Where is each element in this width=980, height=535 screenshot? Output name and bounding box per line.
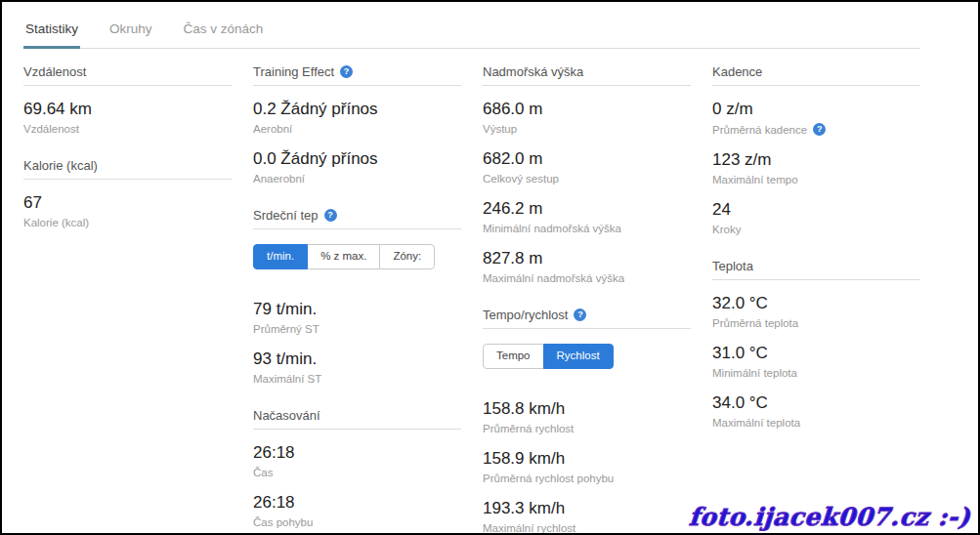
stats-column-2: Training Effect ? 0.2 Žádný přínos Aerob… — [253, 64, 461, 535]
stats-column-3: Nadmořská výška 686.0 m Výstup 682.0 m C… — [483, 64, 691, 535]
photo-watermark: foto.ijacek007.cz :-) — [688, 503, 971, 531]
stat-value: 246.2 m — [483, 198, 691, 219]
stat-avg-cadence: 0 z/m Průměrná kadence ? — [712, 99, 920, 136]
stat-value: 0.2 Žádný přínos — [253, 99, 461, 119]
statistics-page: Statistiky Okruhy Čas v zónách Vzdálenos… — [2, 2, 978, 535]
stat-label: Průměrný ST — [253, 323, 461, 335]
stat-min-elevation: 246.2 m Minimální nadmořská výška — [483, 198, 691, 234]
stat-descent: 682.0 m Celkový sestup — [483, 148, 691, 185]
section-calories: Kalorie (kcal) 67 Kalorie (kcal) — [23, 158, 232, 228]
stat-moving-time: 26:18 Čas pohybu — [253, 492, 461, 528]
stat-value: 26:18 — [253, 442, 461, 463]
section-distance: Vzdálenost 69.64 km Vzdálenost — [23, 64, 232, 135]
section-title-training-effect: Training Effect ? — [253, 64, 461, 86]
stat-calories: 67 Kalorie (kcal) — [23, 192, 232, 228]
stat-label: Minimální nadmořská výška — [483, 223, 691, 234]
stat-label: Anaerobní — [253, 173, 461, 185]
section-temperature: Teplota 32.0 °C Průměrná teplota 31.0 °C… — [712, 259, 920, 429]
stat-label: Průměrná kadence ? — [712, 123, 920, 136]
stat-time: 26:18 Čas — [253, 442, 461, 478]
stats-grid: Vzdálenost 69.64 km Vzdálenost Kalorie (… — [23, 64, 978, 535]
section-title-distance: Vzdálenost — [23, 64, 232, 86]
tab-okruhy[interactable]: Okruhy — [107, 16, 154, 49]
stat-label: Průměrná teplota — [712, 317, 920, 329]
section-title-timing: Načasování — [253, 408, 461, 430]
info-icon[interactable]: ? — [340, 65, 353, 78]
stat-label: Vzdálenost — [23, 123, 232, 135]
section-title-text: Kalorie (kcal) — [23, 158, 98, 173]
stat-value: 686.0 m — [483, 99, 691, 119]
stat-value: 32.0 °C — [712, 293, 920, 313]
info-icon[interactable]: ? — [324, 209, 337, 222]
stat-max-temperature: 34.0 °C Maximální teplota — [712, 392, 920, 429]
section-cadence: Kadence 0 z/m Průměrná kadence ? 123 z/m… — [712, 64, 920, 235]
section-title-text: Tempo/rychlost — [483, 308, 568, 322]
stat-value: 93 t/min. — [253, 349, 461, 369]
section-elevation: Nadmořská výška 686.0 m Výstup 682.0 m C… — [483, 64, 691, 284]
stat-value: 34.0 °C — [712, 392, 920, 413]
stat-label: Průměrná rychlost pohybu — [483, 473, 691, 484]
tab-bar: Statistiky Okruhy Čas v zónách — [23, 16, 920, 49]
section-title-text: Nadmořská výška — [483, 64, 583, 79]
section-title-text: Teplota — [712, 259, 753, 273]
stat-min-temperature: 31.0 °C Minimální teplota — [712, 343, 920, 379]
stat-distance: 69.64 km Vzdálenost — [23, 99, 232, 135]
stat-value: 79 t/min. — [253, 299, 461, 319]
section-title-elevation: Nadmořská výška — [483, 64, 691, 86]
stats-column-1: Vzdálenost 69.64 km Vzdálenost Kalorie (… — [23, 64, 232, 252]
stat-avg-speed: 158.8 km/h Průměrná rychlost — [483, 398, 691, 434]
stat-value: 193.3 km/h — [483, 498, 691, 518]
stat-value: 69.64 km — [23, 99, 232, 119]
info-icon[interactable]: ? — [574, 309, 586, 321]
heart-rate-unit-toggle: t/min. % z max. Zóny: — [253, 244, 435, 269]
stat-value: 31.0 °C — [712, 343, 920, 363]
toggle-button-percent-max[interactable]: % z max. — [307, 244, 380, 269]
stat-label: Čas — [253, 467, 461, 478]
stat-max-speed: 193.3 km/h Maximální rychlost — [483, 498, 691, 534]
stat-ascent: 686.0 m Výstup — [483, 99, 691, 135]
stats-column-4: Kadence 0 z/m Průměrná kadence ? 123 z/m… — [712, 64, 920, 452]
stat-label: Maximální ST — [253, 373, 461, 385]
stat-avg-temperature: 32.0 °C Průměrná teplota — [712, 293, 920, 329]
section-training-effect: Training Effect ? 0.2 Žádný přínos Aerob… — [253, 64, 461, 185]
section-title-temperature: Teplota — [712, 259, 920, 280]
section-timing: Načasování 26:18 Čas 26:18 Čas pohybu 26… — [253, 408, 461, 535]
stat-max-elevation: 827.8 m Maximální nadmořská výška — [483, 248, 691, 284]
tab-statistiky[interactable]: Statistiky — [23, 16, 80, 49]
toggle-button-zones[interactable]: Zóny: — [379, 244, 435, 269]
stat-label: Maximální nadmořská výška — [483, 272, 691, 284]
stat-label: Kroky — [712, 224, 920, 235]
info-icon[interactable]: ? — [813, 123, 826, 136]
section-title-heart-rate: Srdeční tep ? — [253, 208, 461, 229]
toggle-button-tempo[interactable]: Tempo — [483, 344, 544, 369]
toggle-button-rychlost[interactable]: Rychlost — [543, 344, 614, 369]
stat-label: Maximální rychlost — [483, 522, 691, 534]
section-title-cadence: Kadence — [712, 64, 920, 86]
section-title-text: Training Effect — [253, 64, 334, 79]
stat-value: 827.8 m — [483, 248, 691, 268]
tab-cas-v-zonach[interactable]: Čas v zónách — [182, 16, 266, 49]
section-title-text: Srdeční tep — [253, 208, 319, 223]
pace-speed-toggle: Tempo Rychlost — [483, 344, 614, 369]
stat-anaerobic-te: 0.0 Žádný přínos Anaerobní — [253, 148, 461, 185]
stat-label: Čas pohybu — [253, 516, 461, 528]
stat-value: 158.9 km/h — [483, 448, 691, 469]
stat-label: Výstup — [483, 123, 691, 135]
section-heart-rate: Srdeční tep ? t/min. % z max. Zóny: 79 t… — [253, 208, 461, 385]
stat-value: 0 z/m — [712, 99, 920, 119]
section-title-pace-speed: Tempo/rychlost ? — [483, 308, 691, 329]
stat-steps: 24 Kroky — [712, 199, 920, 235]
stat-avg-hr: 79 t/min. Průměrný ST — [253, 299, 461, 335]
stat-value: 158.8 km/h — [483, 398, 691, 419]
stat-value: 24 — [712, 199, 920, 220]
section-pace-speed: Tempo/rychlost ? Tempo Rychlost 158.8 km… — [483, 308, 691, 534]
stat-label: Minimální teplota — [712, 367, 920, 379]
toggle-button-tmin[interactable]: t/min. — [253, 244, 308, 269]
stat-max-hr: 93 t/min. Maximální ST — [253, 349, 461, 385]
section-title-text: Kadence — [712, 64, 762, 79]
stat-avg-moving-speed: 158.9 km/h Průměrná rychlost pohybu — [483, 448, 691, 484]
stat-label: Kalorie (kcal) — [23, 217, 232, 228]
stat-label: Celkový sestup — [483, 173, 691, 185]
stat-aerobic-te: 0.2 Žádný přínos Aerobní — [253, 99, 461, 135]
section-title-text: Vzdálenost — [23, 64, 86, 79]
